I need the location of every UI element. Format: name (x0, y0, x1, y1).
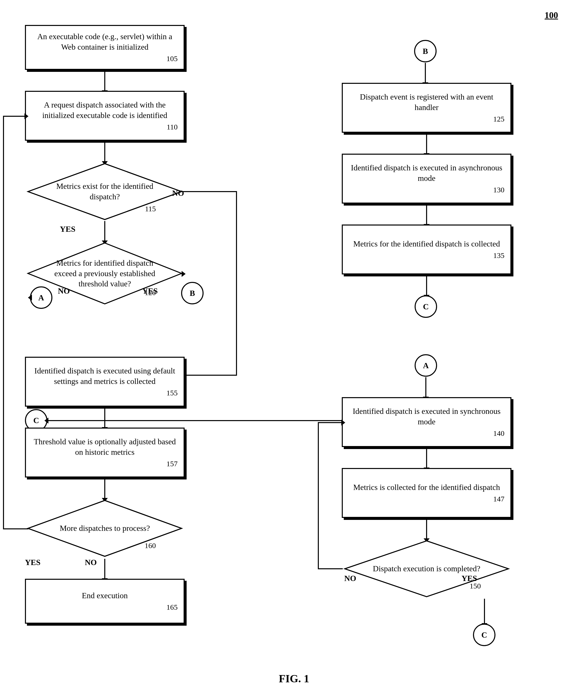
circle-C-mid-right-label: C (423, 302, 429, 311)
diamond-115-no-label: NO (172, 189, 184, 198)
box-125: Dispatch event is registered with an eve… (342, 83, 511, 133)
circle-B-top: B (414, 40, 437, 62)
page-container: 100 An executable code (e.g., servlet) w… (0, 0, 588, 700)
box-157: Threshold value is optionally adjusted b… (25, 428, 185, 477)
diamond-160-number: 160 (145, 541, 156, 550)
circle-B-left: B (181, 282, 204, 304)
box-165-number: 165 (166, 602, 178, 612)
circle-B-left-label: B (190, 289, 195, 298)
box-147-text: Metrics is collected for the identified … (353, 482, 500, 493)
box-110-number: 110 (167, 122, 178, 132)
box-157-number: 157 (166, 459, 178, 468)
box-165: End execution 165 (25, 579, 185, 624)
box-135-number: 135 (493, 250, 504, 260)
arrow-110-115 (104, 142, 105, 162)
arrow-B-125 (425, 63, 426, 83)
arrow-115-no-h (182, 191, 237, 192)
arrow-135-C (426, 275, 427, 295)
box-165-text: End execution (82, 590, 128, 601)
diamond-150-yes-label: YES (462, 574, 477, 583)
box-110-text: A request dispatch associated with the i… (32, 100, 178, 120)
diamond-150-number: 150 (470, 582, 481, 590)
diamond-160-text: More dispatches to process? (45, 523, 165, 534)
box-147-number: 147 (493, 494, 504, 504)
diamond-160-yes-label: YES (25, 558, 40, 567)
circle-C-left-label: C (33, 416, 39, 425)
box-155-text: Identified dispatch is executed using de… (32, 366, 178, 386)
arrow-115-yes (104, 221, 105, 241)
box-147: Metrics is collected for the identified … (342, 468, 511, 518)
box-155: Identified dispatch is executed using de… (25, 357, 185, 407)
diamond-120-yes-label: YES (142, 286, 158, 296)
loop-140-h1 (318, 568, 343, 569)
loop-140-v (318, 422, 319, 569)
fig-label: FIG. 1 (279, 672, 309, 685)
box-140: Identified dispatch is executed in synch… (342, 397, 511, 447)
arrow-130-135 (426, 205, 427, 225)
diamond-120-no-label: NO (58, 286, 70, 296)
arrow-115-no-v (236, 191, 237, 376)
arrow-157-160 (104, 478, 105, 498)
diamond-150-no-label: NO (344, 574, 356, 583)
diamond-115-text: Metrics exist for the identified dispatc… (45, 181, 165, 202)
diamond-115-number: 115 (145, 205, 156, 213)
box-125-number: 125 (493, 114, 504, 124)
arrow-115-no-to-155 (186, 375, 237, 376)
diamond-150-text: Dispatch execution is completed? (363, 564, 490, 574)
diamond-115: Metrics exist for the identified dispatc… (25, 162, 185, 222)
box-130: Identified dispatch is executed in async… (342, 154, 511, 204)
arrow-A-140 (425, 377, 426, 397)
diamond-160: More dispatches to process? 160 (25, 498, 185, 558)
arrow-105-110 (104, 71, 105, 91)
box-140-number: 140 (493, 428, 504, 438)
box-140-text: Identified dispatch is executed in synch… (349, 406, 504, 427)
box-105-text: An executable code (e.g., servlet) withi… (32, 31, 178, 52)
box-105-number: 105 (166, 54, 178, 63)
box-135: Metrics for the identified dispatch is c… (342, 225, 511, 274)
circle-C-bottom-label: C (481, 630, 487, 640)
circle-C-bottom: C (473, 624, 495, 646)
arrow-125-130 (426, 134, 427, 154)
box-135-text: Metrics for the identified dispatch is c… (353, 239, 500, 249)
arrow-160-165 (104, 559, 105, 579)
diamond-120-text: Metrics for identified dispatch exceed a… (49, 258, 161, 289)
arrow-147-150 (426, 519, 427, 539)
diagram-number: 100 (545, 10, 558, 20)
diamond-115-yes-label: YES (60, 225, 75, 234)
diamond-160-no-label: NO (85, 558, 97, 567)
circle-A-right: A (415, 354, 437, 377)
circle-A-left-label: A (38, 293, 44, 302)
loop-back-v (3, 116, 4, 529)
loop-140-h2 (319, 422, 342, 423)
box-157-text: Threshold value is optionally adjusted b… (32, 437, 178, 457)
loop-back-to-110 (4, 116, 25, 117)
box-110: A request dispatch associated with the i… (25, 91, 185, 141)
box-105: An executable code (e.g., servlet) withi… (25, 25, 185, 70)
box-130-number: 130 (493, 185, 504, 195)
arrow-150-C-bottom (484, 599, 485, 624)
arrow-140-147 (426, 448, 427, 468)
arrow-155-157 (104, 408, 105, 428)
circle-B-top-label: B (423, 47, 428, 56)
box-155-number: 155 (166, 388, 178, 398)
circle-A-right-label: A (423, 361, 429, 370)
circle-A-left: A (30, 286, 52, 309)
diamond-150: Dispatch execution is completed? 150 (342, 539, 511, 599)
loop-back-h (3, 528, 28, 529)
box-125-text: Dispatch event is registered with an eve… (349, 92, 504, 113)
box-130-text: Identified dispatch is executed in async… (349, 163, 504, 183)
circle-C-mid-right: C (415, 295, 437, 318)
